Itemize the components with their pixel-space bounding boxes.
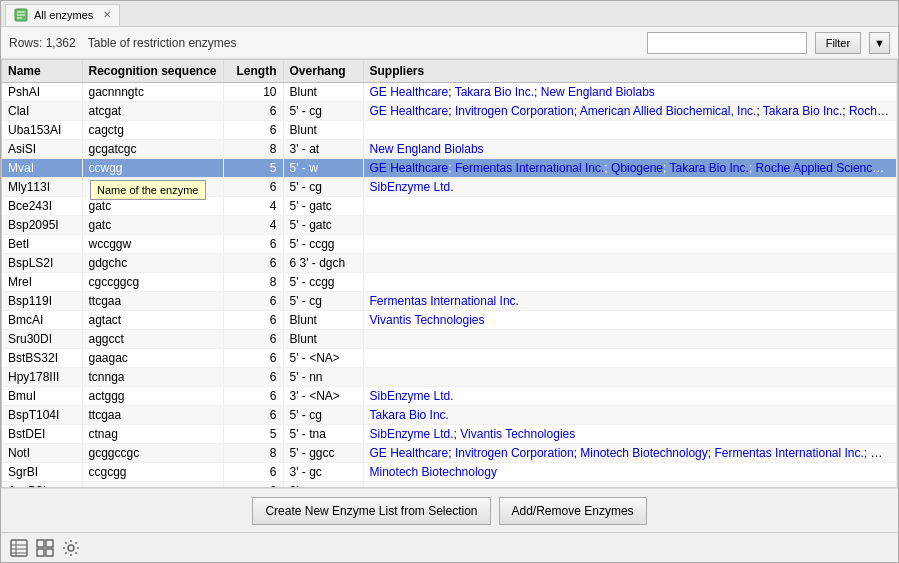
supplier-link[interactable]: Minotech Biotechnology (370, 465, 497, 479)
cell-overhang: 3' - gc (283, 463, 363, 482)
table-row[interactable]: ClaIatcgat65' - cgGE Healthcare; Invitro… (2, 102, 897, 121)
supplier-link[interactable]: Minotech Biotechnology (580, 446, 707, 460)
cell-overhang: Blunt (283, 311, 363, 330)
cell-overhang: 3' - <NA> (283, 387, 363, 406)
table-row[interactable]: Hpy178IIItcnnga65' - nn (2, 368, 897, 387)
cell-suppliers (363, 235, 896, 254)
filter-button[interactable]: Filter (815, 32, 861, 54)
supplier-link[interactable]: Takara Bio Inc. (670, 161, 749, 175)
cell-length: 6 (223, 235, 283, 254)
col-header-suppliers[interactable]: Suppliers (363, 60, 896, 83)
supplier-link[interactable]: Vivantis Technologies (460, 427, 575, 441)
supplier-link[interactable]: GE Healthcare (370, 446, 449, 460)
table-row[interactable]: BmcAIagtact6BluntVivantis Technologies (2, 311, 897, 330)
table-row[interactable]: MreIcgccggcg85' - ccgg (2, 273, 897, 292)
cell-seq: gcgatcgc (82, 140, 223, 159)
button-bar: Create New Enzyme List from Selection Ad… (1, 488, 898, 532)
supplier-link[interactable]: GE Healthcare (370, 161, 449, 175)
cell-length: 6 (223, 102, 283, 121)
table-row[interactable]: Sru30DIaggcct6Blunt (2, 330, 897, 349)
cell-length: 6 (223, 463, 283, 482)
table-row[interactable]: AccB2Irgcgcy63' - gcgc (2, 482, 897, 488)
all-enzymes-tab[interactable]: All enzymes ✕ (5, 4, 120, 26)
grid-view-icon[interactable] (35, 538, 55, 558)
supplier-link[interactable]: Fermentas International Inc. (714, 446, 863, 460)
table-row[interactable]: Mly113I65' - cgSibEnzyme Ltd. (2, 178, 897, 197)
create-list-button[interactable]: Create New Enzyme List from Selection (252, 497, 490, 525)
table-row[interactable]: BspLS2Igdgchc66 3' - dgch (2, 254, 897, 273)
supplier-link[interactable]: New England Biolabs (541, 85, 655, 99)
col-header-length[interactable]: Length (223, 60, 283, 83)
supplier-link[interactable]: New England Biolabs (370, 142, 484, 156)
cell-seq: aggcct (82, 330, 223, 349)
table-row[interactable]: Uba153AIcagctg6Blunt (2, 121, 897, 140)
supplier-link[interactable]: American Allied Biochemical, Inc. (580, 104, 757, 118)
settings-icon[interactable] (61, 538, 81, 558)
cell-suppliers (363, 216, 896, 235)
supplier-link[interactable]: SibEnzyme Ltd. (370, 180, 454, 194)
supplier-link[interactable]: Takara Bio Inc. (763, 104, 842, 118)
table-scroll[interactable]: Name Recognition sequence Length Overhan… (2, 60, 897, 487)
supplier-link[interactable]: Qbio… (871, 446, 897, 460)
cell-length: 6 (223, 482, 283, 488)
supplier-link[interactable]: Fermentas International Inc. (370, 294, 519, 308)
cell-overhang: Blunt (283, 83, 363, 102)
supplier-link[interactable]: Takara Bio Inc. (370, 408, 449, 422)
tab-close-button[interactable]: ✕ (103, 9, 111, 20)
table-row[interactable]: SgrBIccgcgg63' - gcMinotech Biotechnolog… (2, 463, 897, 482)
table-row[interactable]: BstBS32Igaagac65' - <NA> (2, 349, 897, 368)
dropdown-arrow-icon: ▼ (874, 37, 885, 49)
supplier-link[interactable]: Invitrogen Corporation (455, 104, 574, 118)
cell-suppliers: GE Healthcare; Invitrogen Corporation; A… (363, 102, 896, 121)
table-row[interactable]: Bsp2095Igatc45' - gatc (2, 216, 897, 235)
cell-suppliers (363, 121, 896, 140)
table-row[interactable]: BetIwccggw65' - ccgg (2, 235, 897, 254)
supplier-link[interactable]: Roche Applied Science (756, 161, 885, 175)
svg-rect-4 (11, 540, 27, 556)
filter-input[interactable] (647, 32, 807, 54)
filter-dropdown[interactable]: ▼ (869, 32, 890, 54)
supplier-link[interactable]: Vivantis Technologies (370, 313, 485, 327)
table-view-icon[interactable] (9, 538, 29, 558)
cell-suppliers (363, 273, 896, 292)
tab-icon (14, 8, 28, 22)
supplier-link[interactable]: SibEnzyme Ltd. (370, 389, 454, 403)
supplier-link[interactable]: SibEnzyme Ltd. (370, 427, 454, 441)
cell-seq: gatc (82, 216, 223, 235)
cell-suppliers: GE Healthcare; Invitrogen Corporation; M… (363, 444, 896, 463)
title-bar: All enzymes ✕ (1, 1, 898, 27)
table-row[interactable]: Bce243Igatc45' - gatc (2, 197, 897, 216)
table-row[interactable]: AsiSIgcgatcgc83' - atNew England Biolabs (2, 140, 897, 159)
cell-overhang: 6 3' - dgch (283, 254, 363, 273)
cell-seq: cgccggcg (82, 273, 223, 292)
supplier-link[interactable]: Invitrogen Corporation (455, 446, 574, 460)
supplier-link[interactable]: Takara Bio Inc. (455, 85, 534, 99)
table-row[interactable]: NotIgcggccgc85' - ggccGE Healthcare; Inv… (2, 444, 897, 463)
table-row[interactable]: BspT104Ittcgaa65' - cgTakara Bio Inc. (2, 406, 897, 425)
supplier-link[interactable]: Qbiogene (611, 161, 663, 175)
cell-name: Mly113I (2, 178, 82, 197)
supplier-link[interactable]: To… (885, 161, 896, 175)
supplier-link[interactable]: Roche Ap… (849, 104, 897, 118)
col-header-name[interactable]: Name (2, 60, 82, 83)
col-header-overhang[interactable]: Overhang (283, 60, 363, 83)
cell-seq: gcggccgc (82, 444, 223, 463)
table-row[interactable]: PshAIgacnnngtc10BluntGE Healthcare; Taka… (2, 83, 897, 102)
col-header-recognition[interactable]: Recognition sequence (82, 60, 223, 83)
cell-seq: ccgcgg (82, 463, 223, 482)
cell-seq: ttcgaa (82, 406, 223, 425)
supplier-link[interactable]: Fermentas International Inc. (455, 161, 604, 175)
supplier-link[interactable]: GE Healthcare (370, 85, 449, 99)
enzyme-table-container: Name Recognition sequence Length Overhan… (1, 59, 898, 488)
table-row[interactable]: BmuIactggg63' - <NA>SibEnzyme Ltd. (2, 387, 897, 406)
cell-name: PshAI (2, 83, 82, 102)
table-row[interactable]: Bsp119Ittcgaa65' - cgFermentas Internati… (2, 292, 897, 311)
tab-label: All enzymes (34, 9, 93, 21)
cell-suppliers (363, 349, 896, 368)
add-remove-button[interactable]: Add/Remove Enzymes (499, 497, 647, 525)
table-row[interactable]: BstDEIctnag55' - tnaSibEnzyme Ltd.; Viva… (2, 425, 897, 444)
table-row[interactable]: MvaIccwgg55' - wGE Healthcare; Fermentas… (2, 159, 897, 178)
supplier-link[interactable]: GE Healthcare (370, 104, 449, 118)
cell-overhang: Blunt (283, 121, 363, 140)
cell-overhang: 3' - at (283, 140, 363, 159)
